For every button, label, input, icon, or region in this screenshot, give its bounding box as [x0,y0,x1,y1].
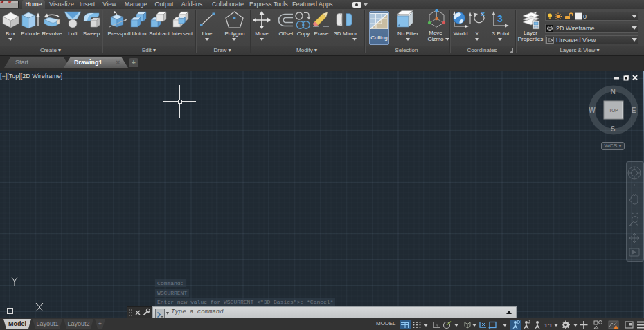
svg-text:x: x [481,10,485,17]
svg-text:TOP: TOP [609,108,618,113]
svg-text:N: N [610,88,615,95]
svg-text:E: E [632,107,636,114]
svg-text:!: ! [616,325,616,329]
svg-text:W: W [589,107,596,114]
svg-text:S: S [611,125,616,133]
svg-text:1:1: 1:1 [544,322,553,329]
svg-text:3: 3 [497,13,503,24]
